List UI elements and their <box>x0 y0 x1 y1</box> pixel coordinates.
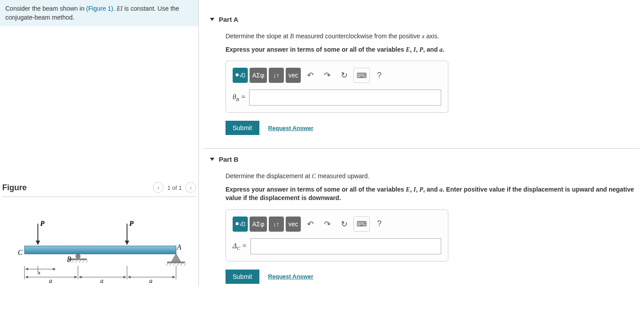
svg-text:C: C <box>18 249 23 256</box>
part-a-answer-input[interactable] <box>249 90 441 106</box>
svg-line-23 <box>180 263 182 266</box>
svg-line-21 <box>173 263 175 266</box>
part-b-title: Part B <box>219 155 238 163</box>
greek-button[interactable]: ΑΣφ <box>250 68 267 83</box>
svg-text:a: a <box>149 278 152 284</box>
svg-marker-37 <box>74 276 77 278</box>
redo-button[interactable]: ↷ <box>320 217 335 232</box>
subsup-button[interactable]: ↓↑ <box>269 68 284 83</box>
figure-link[interactable]: (Figure 1) <box>86 5 113 12</box>
vec-button[interactable]: vec <box>286 217 301 232</box>
svg-marker-44 <box>128 276 131 278</box>
templates-button[interactable]: √ <box>233 68 248 83</box>
part-b-answer-input[interactable] <box>250 238 441 254</box>
svg-marker-5 <box>125 241 129 245</box>
problem-statement: Consider the beam shown in (Figure 1). E… <box>0 0 198 26</box>
part-b-answer-label: ΔC = <box>233 242 247 251</box>
svg-rect-0 <box>25 246 176 254</box>
svg-text:a: a <box>100 278 103 284</box>
figure-next-button[interactable]: › <box>185 182 196 193</box>
svg-rect-47 <box>236 74 238 76</box>
vec-button[interactable]: vec <box>286 68 301 83</box>
svg-line-15 <box>86 260 88 263</box>
svg-marker-36 <box>25 276 28 278</box>
svg-marker-40 <box>79 276 82 278</box>
svg-line-12 <box>75 260 77 263</box>
part-b-header[interactable]: Part B <box>203 155 640 163</box>
svg-text:P: P <box>129 220 134 227</box>
redo-button[interactable]: ↷ <box>320 68 335 83</box>
keyboard-button[interactable]: ⌨ <box>353 68 370 83</box>
reset-button[interactable]: ↻ <box>336 217 352 232</box>
svg-line-11 <box>72 260 74 263</box>
svg-marker-17 <box>172 254 180 262</box>
svg-text:A: A <box>176 243 181 251</box>
part-b-instruction: Express your answer in terms of some or … <box>226 185 640 203</box>
svg-text:P: P <box>40 220 45 227</box>
svg-line-22 <box>177 263 179 266</box>
undo-button[interactable]: ↶ <box>303 217 318 232</box>
greek-button[interactable]: ΑΣφ <box>250 217 267 232</box>
part-a-question: Determine the slope at B measured counte… <box>226 32 640 41</box>
svg-line-20 <box>170 263 172 266</box>
svg-point-8 <box>76 254 80 258</box>
part-b-question: Determine the displacement at C measured… <box>226 172 640 181</box>
subsup-button[interactable]: ↓↑ <box>269 217 284 232</box>
part-a-request-answer-link[interactable]: Request Answer <box>268 125 313 131</box>
part-b-submit-button[interactable]: Submit <box>226 270 259 284</box>
svg-rect-50 <box>236 222 238 225</box>
svg-rect-52 <box>242 222 245 226</box>
var-ei: EI <box>117 5 123 12</box>
caret-down-icon <box>210 158 214 161</box>
svg-text:a: a <box>49 278 52 284</box>
part-a-submit-button[interactable]: Submit <box>226 121 259 135</box>
svg-text:B: B <box>67 255 71 263</box>
help-button[interactable]: ? <box>372 68 387 83</box>
part-b-request-answer-link[interactable]: Request Answer <box>268 273 313 280</box>
part-a-instruction: Express your answer in terms of some or … <box>226 45 640 54</box>
svg-text:√: √ <box>239 221 242 227</box>
svg-rect-49 <box>242 74 245 77</box>
svg-marker-41 <box>123 276 126 278</box>
svg-marker-32 <box>25 268 28 270</box>
svg-marker-33 <box>53 268 56 270</box>
part-a-answer-label: θB = <box>233 93 246 102</box>
svg-text:x: x <box>37 269 41 276</box>
svg-text:√: √ <box>239 72 242 78</box>
figure-pager: 1 of 1 <box>167 184 182 191</box>
svg-line-13 <box>79 260 81 263</box>
undo-button[interactable]: ↶ <box>303 68 318 83</box>
figure-prev-button[interactable]: ‹ <box>153 182 164 193</box>
svg-line-14 <box>82 260 84 263</box>
part-b-answer-box: √ ΑΣφ ↓↑ vec ↶ ↷ ↻ ⌨ ? ΔC = <box>226 209 448 262</box>
part-a-header[interactable]: Part A <box>203 16 640 23</box>
svg-rect-18 <box>167 262 185 263</box>
templates-button[interactable]: √ <box>233 217 248 232</box>
svg-marker-45 <box>172 276 175 278</box>
part-a-answer-box: √ ΑΣφ ↓↑ vec ↶ ↷ ↻ ⌨ ? θB = <box>226 61 448 113</box>
help-button[interactable]: ? <box>372 217 387 232</box>
keyboard-button[interactable]: ⌨ <box>353 217 370 232</box>
svg-line-19 <box>166 263 168 266</box>
reset-button[interactable]: ↻ <box>336 68 352 83</box>
part-a-title: Part A <box>219 16 238 23</box>
problem-text: Consider the beam shown in <box>5 5 86 12</box>
figure-diagram: P P C B <box>16 215 194 286</box>
caret-down-icon <box>210 18 214 21</box>
svg-marker-2 <box>36 241 40 245</box>
figure-title: Figure <box>2 183 27 192</box>
svg-line-24 <box>184 263 186 266</box>
svg-rect-9 <box>69 258 87 260</box>
